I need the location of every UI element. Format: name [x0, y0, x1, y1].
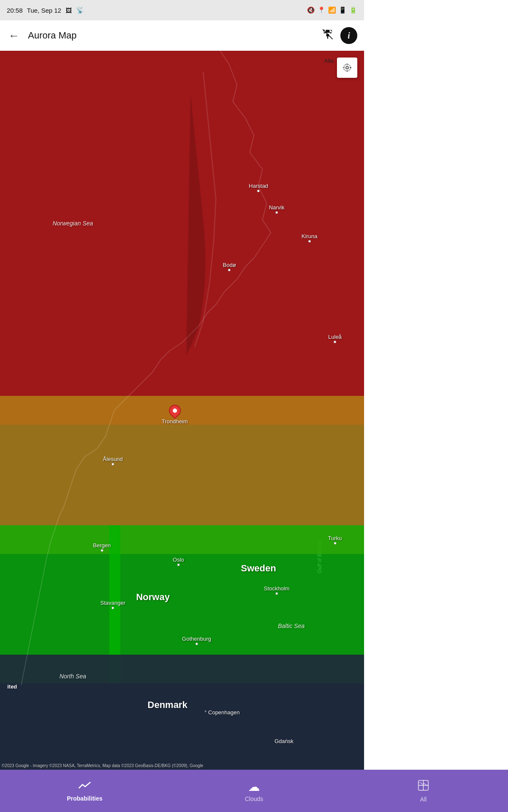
nav-clouds[interactable]: ☁ Clouds	[169, 776, 339, 807]
sea-baltic: Baltic Sea	[278, 623, 304, 629]
map-attribution: ©2023 Google - Imagery ©2023 NASA, Terra…	[2, 763, 203, 768]
header: ← Aurora Map i	[0, 20, 364, 51]
locate-button[interactable]	[337, 58, 357, 78]
city-lulea: Luleå	[328, 334, 342, 343]
city-bodo: Bodø	[223, 262, 236, 272]
aurora-zone-dark	[0, 655, 364, 770]
city-harstad: Harstad	[249, 183, 268, 192]
city-stockholm: Stockholm	[264, 585, 290, 595]
cast-icon: 📡	[76, 6, 84, 14]
svg-rect-1	[326, 30, 329, 33]
pin-label: Trondheim	[162, 418, 188, 425]
mute-icon: 🔇	[307, 6, 315, 14]
status-time: 20:58	[7, 7, 23, 14]
city-kiruna: Kiruna	[301, 233, 318, 243]
svg-point-8	[346, 66, 348, 69]
country-sweden: Sweden	[241, 563, 276, 574]
svg-point-4	[326, 34, 329, 37]
clouds-label: Clouds	[245, 796, 263, 802]
location-icon: 📍	[318, 6, 326, 14]
satellite-icon[interactable]	[322, 28, 334, 43]
signal-icon: 📱	[339, 6, 347, 14]
svg-line-7	[331, 30, 332, 32]
status-bar: 20:58 Tue, Sep 12 🖼 📡 🔇 📍 📶 📱 🔋	[0, 0, 364, 20]
map-container[interactable]: Harstad Narvik Kiruna Bodø Luleå Ålesund…	[0, 51, 364, 770]
city-copenhagen: ° Copenhagen	[204, 709, 240, 716]
sea-norwegian: Norwegian Sea	[52, 220, 93, 227]
probabilities-label: Probabilities	[67, 795, 102, 802]
city-bergen: Bergen	[93, 542, 111, 552]
probabilities-icon	[78, 780, 91, 793]
city-gothenburg: Gothenburg	[182, 636, 211, 645]
wifi-icon: 📶	[328, 6, 336, 14]
photo-icon: 🖼	[66, 7, 72, 14]
svg-point-9	[344, 64, 351, 71]
nav-all[interactable]: All	[339, 775, 364, 807]
alta-label: Alta	[324, 58, 334, 64]
city-stavanger: Stavanger	[100, 600, 125, 609]
city-gdansk: Gdańsk	[274, 738, 293, 744]
back-button[interactable]: ←	[7, 27, 21, 44]
country-denmark: Denmark	[148, 700, 188, 710]
partial-country: ited	[7, 683, 17, 690]
city-narvik: Narvik	[269, 204, 284, 214]
city-turku: Turku	[328, 535, 342, 545]
bottom-navigation: Probabilities ☁ Clouds All	[0, 770, 364, 812]
city-oslo: Oslo	[173, 557, 184, 566]
info-button[interactable]: i	[340, 27, 357, 44]
status-date: Tue, Sep 12	[27, 7, 61, 14]
sea-north: North Sea	[59, 673, 86, 680]
page-title: Aurora Map	[28, 30, 315, 41]
country-norway: Norway	[136, 592, 169, 603]
nav-probabilities[interactable]: Probabilities	[0, 776, 169, 806]
clouds-icon: ☁	[248, 780, 260, 794]
city-alesund: Ålesund	[103, 456, 123, 466]
pin-head	[166, 402, 183, 419]
battery-icon: 🔋	[349, 6, 357, 14]
location-pin: Trondheim	[162, 405, 188, 425]
